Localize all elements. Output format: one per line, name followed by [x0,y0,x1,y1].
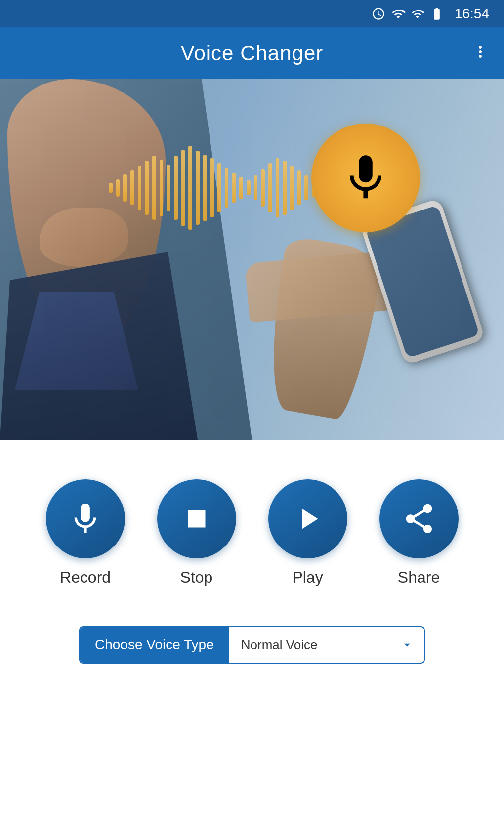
status-bar: 16:54 [0,0,504,27]
stop-label: Stop [180,568,213,587]
wave-bar-12 [196,151,200,225]
share-icon [402,502,436,536]
hero-mic-icon [338,151,393,205]
battery-icon [429,7,445,21]
wave-bar-25 [290,166,294,210]
wave-bar-9 [174,156,178,220]
stop-button[interactable] [157,479,236,558]
wave-bar-16 [225,168,229,208]
record-button[interactable] [46,479,125,558]
wave-bar-15 [217,163,221,212]
wave-bar-20 [254,175,258,200]
controls-section: Record Stop Play [0,440,504,693]
voice-type-select[interactable]: Normal VoiceRobot VoiceDeep VoiceHigh Pi… [229,628,390,662]
play-button[interactable] [268,479,347,558]
share-btn-wrapper: Share [379,479,459,587]
wave-bar-23 [276,158,280,217]
status-time: 16:54 [455,6,489,22]
dropdown-arrow-icon [390,628,424,662]
wave-bar-10 [181,150,185,226]
wave-bar-19 [247,180,251,195]
wave-bar-6 [152,156,156,220]
wave-bar-14 [210,158,214,217]
clock-icon [372,7,385,21]
stop-icon [179,502,214,536]
signal-icon [411,7,424,21]
hero-mic-circle [311,124,420,232]
status-icons [372,7,445,21]
record-label: Record [60,568,111,587]
microphone-icon [67,501,104,538]
app-title: Voice Changer [181,42,324,65]
wave-bar-3 [130,170,134,205]
wifi-icon [390,7,406,21]
wave-bar-22 [268,163,272,212]
wave-bar-11 [188,146,192,230]
wave-bar-0 [109,183,113,193]
wave-bar-21 [261,169,265,207]
play-label: Play [292,568,323,587]
wave-bar-7 [160,160,164,216]
play-btn-wrapper: Play [268,479,347,587]
voice-type-label: Choose Voice Type [80,627,229,663]
wave-bar-27 [304,175,308,200]
voice-type-section: Choose Voice Type Normal VoiceRobot Voic… [30,626,474,664]
play-icon [291,502,325,536]
wave-bar-26 [297,170,301,205]
share-label: Share [398,568,440,587]
hero-image [0,79,504,440]
wave-bar-17 [232,173,236,203]
wave-bar-24 [283,161,287,215]
share-button[interactable] [379,479,459,558]
wave-bar-18 [239,177,243,199]
record-btn-wrapper: Record [46,479,125,587]
action-buttons-row: Record Stop Play [30,479,474,587]
wave-bar-13 [203,155,207,221]
wave-bar-1 [116,179,120,197]
wave-bar-5 [145,161,149,215]
wave-bar-4 [138,166,142,210]
stop-btn-wrapper: Stop [157,479,236,587]
app-bar: Voice Changer [0,27,504,79]
more-options-button[interactable] [471,43,489,64]
wave-bar-2 [123,174,127,202]
wave-bar-8 [167,165,170,211]
voice-type-container: Choose Voice Type Normal VoiceRobot Voic… [79,626,425,664]
